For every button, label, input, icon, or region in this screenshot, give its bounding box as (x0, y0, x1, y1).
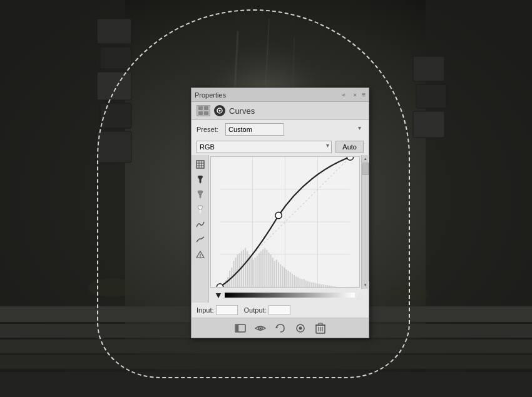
bottom-toolbar (192, 318, 369, 338)
svg-rect-70 (266, 250, 267, 287)
panel-title: Properties (195, 91, 226, 99)
svg-rect-88 (302, 279, 303, 287)
svg-rect-68 (262, 249, 263, 287)
svg-point-114 (259, 327, 261, 329)
svg-rect-35 (199, 210, 201, 213)
svg-rect-22 (198, 111, 203, 115)
svg-rect-84 (294, 275, 295, 287)
svg-rect-71 (268, 253, 269, 287)
svg-rect-8 (416, 84, 446, 108)
curves-panel-label: Curves (229, 106, 255, 116)
curves-header-icon (214, 105, 225, 116)
svg-rect-53 (233, 261, 234, 287)
svg-rect-6 (97, 131, 131, 163)
output-value[interactable] (269, 305, 290, 315)
svg-rect-120 (319, 323, 322, 325)
curve-draw-tool[interactable] (193, 218, 207, 231)
svg-rect-81 (288, 271, 289, 287)
scroll-down-arrow[interactable]: ▾ (362, 281, 369, 289)
svg-rect-95 (315, 283, 316, 287)
svg-rect-103 (330, 286, 332, 287)
panel-scrollbar[interactable]: ▴ ▾ (361, 155, 369, 289)
white-point-slider[interactable]: △ (357, 290, 364, 300)
svg-rect-101 (327, 285, 328, 287)
svg-point-107 (275, 212, 282, 218)
svg-rect-3 (100, 47, 131, 69)
svg-rect-33 (199, 195, 201, 198)
svg-rect-65 (257, 256, 258, 287)
title-bar-right: « × ≡ (339, 91, 366, 99)
add-mask-button[interactable] (233, 321, 247, 335)
svg-marker-34 (200, 198, 201, 199)
title-bar-left: Properties (195, 91, 226, 99)
svg-rect-31 (199, 180, 201, 183)
smooth-pencil-tool[interactable] (193, 233, 207, 246)
svg-rect-54 (235, 258, 236, 287)
channel-select[interactable]: RGB Red Green Blue (197, 141, 332, 153)
svg-point-25 (219, 110, 221, 112)
svg-rect-77 (280, 264, 281, 287)
svg-marker-32 (200, 183, 201, 184)
svg-rect-75 (276, 259, 277, 287)
svg-rect-104 (332, 286, 334, 287)
auto-button[interactable]: Auto (335, 141, 364, 153)
svg-rect-69 (264, 248, 265, 287)
svg-rect-76 (278, 262, 279, 287)
svg-point-16 (385, 286, 429, 301)
svg-rect-66 (258, 253, 260, 287)
svg-rect-89 (304, 279, 305, 287)
scroll-up-arrow[interactable]: ▴ (362, 155, 369, 163)
svg-point-106 (217, 284, 223, 287)
svg-rect-64 (255, 258, 256, 287)
svg-rect-67 (260, 251, 262, 287)
scroll-track (362, 175, 369, 281)
svg-rect-5 (100, 103, 131, 128)
svg-rect-26 (197, 161, 204, 168)
svg-rect-80 (286, 269, 287, 287)
preset-select[interactable]: Custom Default Strong Contrast Linear Co… (225, 123, 284, 136)
svg-rect-13 (0, 355, 532, 369)
svg-rect-97 (319, 284, 320, 287)
main-area: ▴ ▾ ▼ △ (192, 155, 369, 303)
svg-rect-2 (97, 19, 131, 44)
close-button[interactable]: × (350, 91, 359, 99)
svg-rect-4 (97, 72, 131, 100)
eyedropper-gray-tool[interactable] (193, 188, 207, 201)
curve-area: ▴ ▾ ▼ △ (209, 155, 369, 303)
svg-rect-102 (329, 286, 330, 287)
eyedropper-black-tool[interactable] (193, 173, 207, 186)
svg-rect-83 (292, 274, 293, 287)
slider-row: ▼ △ (209, 289, 369, 303)
warning-tool[interactable] (193, 248, 207, 261)
view-toggle-button[interactable] (294, 321, 307, 335)
svg-rect-72 (270, 254, 272, 287)
svg-rect-21 (204, 106, 208, 110)
svg-rect-58 (243, 250, 244, 287)
svg-rect-78 (282, 266, 283, 287)
preset-select-wrapper[interactable]: Custom Default Strong Contrast Linear Co… (225, 123, 364, 136)
svg-rect-62 (250, 258, 252, 287)
svg-point-117 (299, 326, 302, 329)
io-row: Input: Output: (192, 303, 369, 318)
menu-button[interactable]: ≡ (362, 91, 366, 98)
region-select-tool[interactable] (193, 158, 207, 171)
delete-layer-button[interactable] (314, 321, 327, 335)
collapse-button[interactable]: « (339, 91, 348, 99)
black-point-slider[interactable]: ▼ (214, 290, 223, 300)
input-group: Input: (197, 305, 238, 315)
curve-container[interactable] (210, 156, 360, 288)
svg-rect-74 (274, 261, 275, 287)
eye-visibility-button[interactable] (253, 321, 267, 335)
svg-rect-60 (247, 251, 248, 287)
svg-rect-59 (245, 248, 246, 287)
svg-rect-112 (236, 325, 238, 331)
eyedropper-white-tool[interactable] (193, 203, 207, 216)
undo-history-button[interactable] (274, 321, 287, 335)
svg-rect-20 (198, 106, 203, 110)
svg-rect-14 (0, 372, 532, 397)
channel-select-wrapper[interactable]: RGB Red Green Blue (197, 141, 332, 153)
input-value[interactable] (216, 305, 238, 315)
levels-gradient-bar[interactable] (225, 293, 355, 298)
scroll-thumb[interactable] (362, 163, 369, 175)
input-label: Input: (197, 306, 214, 314)
